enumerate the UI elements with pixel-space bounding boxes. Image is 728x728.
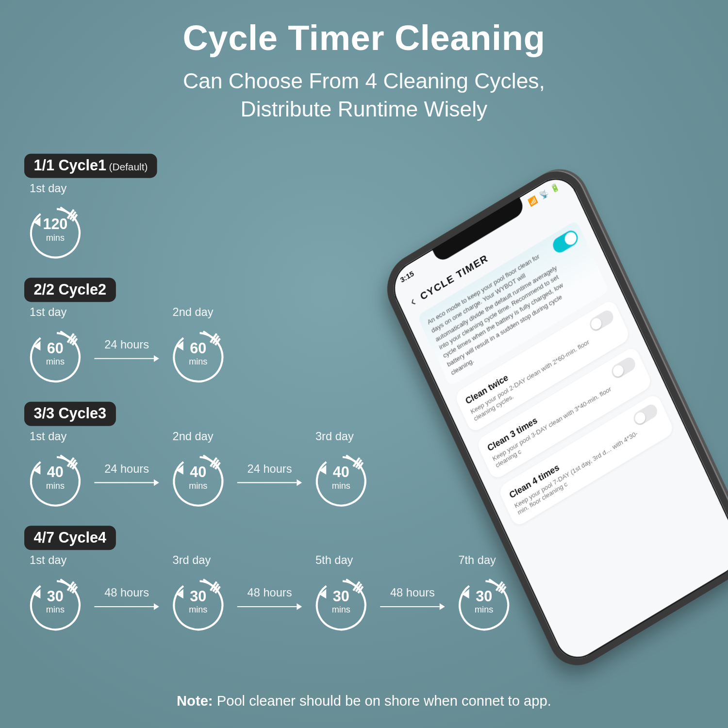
arrow-right-icon: [236, 477, 303, 488]
stage-mins: 60: [190, 340, 206, 357]
stage-unit: mins: [310, 605, 372, 614]
cycle: 4/7 Cycle41st day30mins48 hours3rd day30…: [24, 526, 560, 632]
option-toggle[interactable]: [631, 402, 659, 428]
stage-mins: 40: [47, 463, 64, 480]
timer-icon: 60mins: [167, 322, 229, 384]
gap-label: 48 hours: [104, 586, 149, 600]
stage-day: 3rd day: [173, 554, 211, 568]
stage-unit: mins: [24, 357, 86, 366]
footer-note: Note: Pool cleaner should be on shore wh…: [0, 693, 728, 709]
arrow-right-icon: [379, 601, 447, 612]
cycle-stage: 5th day30mins: [310, 554, 372, 632]
stage-mins: 30: [333, 588, 349, 605]
stage-mins: 40: [190, 463, 206, 480]
timer-icon: 30mins: [24, 570, 86, 632]
page-subtitle: Can Choose From 4 Cleaning Cycles, Distr…: [0, 67, 728, 124]
timer-icon: 60mins: [24, 322, 86, 384]
cycle-gap: 24 hours: [93, 338, 161, 364]
arrow-right-icon: [93, 601, 161, 612]
gap-label: 48 hours: [390, 586, 435, 600]
cycle-badge: 1/1 Cycle1 (Default): [24, 154, 157, 178]
timer-icon: 40mins: [310, 446, 372, 508]
stage-unit: mins: [167, 605, 229, 614]
cycle-badge-note: (Default): [109, 161, 148, 173]
cycle-gap: 48 hours: [93, 586, 161, 612]
back-icon[interactable]: ‹: [408, 293, 418, 310]
stage-day: 2nd day: [173, 430, 214, 444]
arrow-right-icon: [236, 601, 303, 612]
stage-day: 1st day: [30, 430, 66, 444]
cycle-badge: 2/2 Cycle2: [24, 278, 116, 302]
timer-icon: 30mins: [310, 570, 372, 632]
stage-unit: mins: [310, 481, 372, 490]
stage-unit: mins: [24, 481, 86, 490]
cycle-stage: 2nd day60mins: [167, 306, 229, 384]
timer-icon: 30mins: [167, 570, 229, 632]
page-title: Cycle Timer Cleaning: [0, 0, 728, 58]
stage-unit: mins: [453, 605, 515, 614]
master-toggle[interactable]: [551, 228, 580, 255]
stage-mins: 120: [43, 215, 67, 232]
stage-day: 5th day: [315, 554, 353, 568]
stage-day: 1st day: [30, 182, 66, 196]
cycle-gap: 48 hours: [236, 586, 303, 612]
cycle-stage: 1st day120mins: [24, 182, 86, 260]
cycle-stage: 3rd day40mins: [310, 430, 372, 508]
timer-icon: 120mins: [24, 198, 86, 260]
timer-icon: 30mins: [453, 570, 515, 632]
stage-day: 3rd day: [315, 430, 354, 444]
option-toggle[interactable]: [588, 308, 615, 334]
cycle-gap: 24 hours: [93, 463, 161, 488]
stage-day: 2nd day: [173, 306, 214, 320]
stage-mins: 40: [333, 463, 349, 480]
cycle-stage: 7th day30mins: [453, 554, 515, 632]
stage-day: 1st day: [30, 306, 66, 320]
gap-label: 24 hours: [248, 463, 292, 476]
stage-mins: 60: [47, 340, 64, 357]
cycle-gap: 24 hours: [236, 463, 303, 488]
stage-day: 7th day: [458, 554, 496, 568]
cycle-stage: 1st day30mins: [24, 554, 86, 632]
stage-unit: mins: [24, 605, 86, 614]
cycle-stage: 1st day60mins: [24, 306, 86, 384]
stage-day: 1st day: [30, 554, 66, 568]
cycle-badge: 3/3 Cycle3: [24, 402, 116, 426]
stage-mins: 30: [47, 588, 64, 605]
stage-mins: 30: [190, 588, 206, 605]
stage-unit: mins: [167, 481, 229, 490]
gap-label: 24 hours: [104, 463, 149, 476]
arrow-right-icon: [93, 477, 161, 488]
stage-unit: mins: [167, 357, 229, 366]
gap-label: 24 hours: [104, 338, 149, 352]
timer-icon: 40mins: [24, 446, 86, 508]
cycle-stage: 1st day40mins: [24, 430, 86, 508]
gap-label: 48 hours: [248, 586, 292, 600]
stage-mins: 30: [476, 588, 492, 605]
timer-icon: 40mins: [167, 446, 229, 508]
arrow-right-icon: [93, 353, 161, 364]
cycle-gap: 48 hours: [379, 586, 447, 612]
cycle-badge: 4/7 Cycle4: [24, 526, 116, 550]
cycle-stage: 2nd day40mins: [167, 430, 229, 508]
option-toggle[interactable]: [610, 355, 637, 381]
cycle-stage: 3rd day30mins: [167, 554, 229, 632]
stage-unit: mins: [24, 233, 86, 242]
